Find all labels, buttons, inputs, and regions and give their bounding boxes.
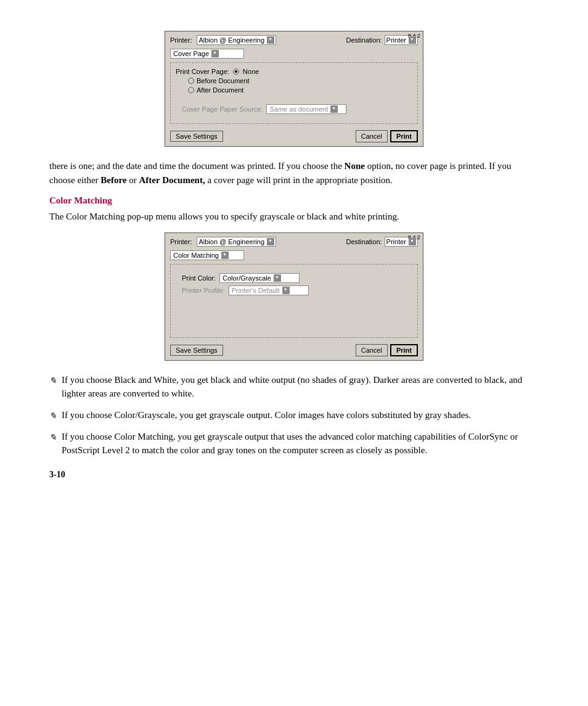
dialog1-panel-value: Cover Page: [173, 50, 209, 57]
dialog2-panel-value: Color Matching: [173, 252, 219, 259]
dialog1-panel-select[interactable]: Cover Page: [170, 49, 244, 59]
dialog1-panel-arrow: [211, 50, 219, 57]
checkmark-icon-1: ✎: [49, 409, 57, 422]
dialog1-cover-paper-row: Cover Page Paper Source: Same as documen…: [176, 104, 412, 114]
dialog1-cover-paper-arrow: [330, 105, 338, 113]
bullet-list: ✎ If you choose Black and White, you get…: [49, 373, 539, 458]
dialog1-cover-paper-value: Same as document: [269, 105, 328, 113]
dialog1-radio-before-row: Before Document: [176, 77, 412, 84]
dialog2-print-button[interactable]: Print: [390, 344, 418, 356]
dialog1-container: 8.4.2 Printer: Albion @ Engineering Dest…: [49, 31, 539, 147]
dialog2-panel-arrow: [221, 252, 229, 259]
dialog1-destination-select[interactable]: Printer: [385, 35, 418, 45]
dialog2-print-color-arrow: [274, 274, 281, 282]
dialog1-bottom-row: Save Settings Cancel Print: [165, 126, 423, 146]
dialog1-printer-label: Printer:: [170, 36, 192, 44]
dialog1-save-button[interactable]: Save Settings: [170, 131, 223, 142]
page-content: 8.4.2 Printer: Albion @ Engineering Dest…: [0, 0, 588, 504]
section-body: The Color Matching pop-up menu allows yo…: [49, 210, 539, 224]
dialog1-printer-value: Albion @ Engineering: [198, 36, 264, 44]
bullet-item-0: ✎ If you choose Black and White, you get…: [49, 373, 539, 401]
bullet-text-0: If you choose Black and White, you get b…: [62, 373, 539, 401]
dialog2-printer-profile-arrow: [282, 287, 290, 294]
dialog2-print-color-select[interactable]: Color/Grayscale: [219, 273, 300, 283]
dialog2-printer-profile-value: Printer's Default: [232, 287, 280, 294]
dialog1-radio-before[interactable]: [188, 78, 194, 84]
dialog1-radio-none-label: None: [243, 68, 259, 75]
dialog1-printer-select[interactable]: Albion @ Engineering: [197, 35, 276, 45]
dialog2-container: 8.4.2 Printer: Albion @ Engineering Dest…: [49, 232, 539, 361]
bullet-item-1: ✎ If you choose Color/Grayscale, you get…: [49, 408, 539, 422]
checkmark-icon-0: ✎: [49, 374, 57, 387]
dialog1-radio-after-row: After Document: [176, 86, 412, 94]
dialog1-radio-before-label: Before Document: [197, 77, 250, 84]
dialog1-content: Print Cover Page: None Before Document A…: [170, 62, 418, 124]
dialog2-content: Print Color: Color/Grayscale Printer Pro…: [170, 264, 418, 338]
dialog2-printer-value: Albion @ Engineering: [198, 238, 264, 245]
dialog1-right-buttons: Cancel Print: [356, 130, 418, 142]
dialog1-cancel-button[interactable]: Cancel: [356, 130, 388, 142]
checkmark-icon-2: ✎: [49, 431, 57, 444]
bullet-text-2: If you choose Color Matching, you get gr…: [62, 430, 539, 458]
dialog2-destination-select[interactable]: Printer: [385, 237, 418, 247]
dialog2-printer-arrow: [267, 238, 274, 245]
dialog2-print-color-row: Print Color: Color/Grayscale: [176, 273, 412, 283]
intro-paragraph: there is one; and the date and time the …: [49, 159, 539, 187]
dialog2-printer-profile-row: Printer Profile: Printer's Default: [176, 285, 412, 295]
dialog2-bottom-row: Save Settings Cancel Print: [165, 340, 423, 360]
dialog1-printer-arrow: [267, 36, 274, 44]
dialog1-radio-none[interactable]: [233, 68, 239, 75]
dialog2-destination-label: Destination: Printer: [346, 237, 419, 247]
dialog1-cover-paper-select[interactable]: Same as document: [266, 104, 346, 114]
dialog2: 8.4.2 Printer: Albion @ Engineering Dest…: [165, 232, 423, 361]
dialog2-top-row: Printer: Albion @ Engineering Destinatio…: [165, 233, 423, 249]
section-heading: Color Matching: [49, 195, 539, 206]
dialog1-top-row: Printer: Albion @ Engineering Destinatio…: [165, 31, 423, 47]
dialog1-radio-after-label: After Document: [197, 86, 243, 94]
dialog1-dest-arrow: [409, 36, 416, 44]
dialog1-destination-value: Printer: [386, 36, 406, 44]
dialog1-print-cover-label: Print Cover Page:: [176, 68, 229, 75]
dialog1-cover-paper-label: Cover Page Paper Source:: [182, 105, 263, 113]
dialog1-print-cover-row: Print Cover Page: None: [176, 68, 412, 75]
dialog2-right-buttons: Cancel Print: [356, 344, 418, 356]
dialog2-printer-profile-select[interactable]: Printer's Default: [229, 285, 309, 295]
dialog2-print-color-label: Print Color:: [182, 274, 216, 282]
dialog2-panel-row: Color Matching: [165, 249, 423, 261]
dialog2-dest-arrow: [409, 238, 416, 245]
dialog1-destination-label: Destination: Printer: [346, 35, 419, 45]
dialog2-printer-label: Printer:: [170, 238, 192, 245]
page-number: 3-10: [49, 470, 539, 480]
dialog2-print-color-value: Color/Grayscale: [223, 274, 271, 282]
dialog1-print-button[interactable]: Print: [390, 130, 418, 142]
dialog2-save-button[interactable]: Save Settings: [170, 345, 223, 356]
dialog1-panel-row: Cover Page: [165, 47, 423, 60]
dialog2-printer-select[interactable]: Albion @ Engineering: [197, 237, 276, 247]
dialog2-destination-value: Printer: [386, 238, 406, 245]
dialog1: 8.4.2 Printer: Albion @ Engineering Dest…: [165, 31, 423, 147]
dialog2-panel-select[interactable]: Color Matching: [170, 250, 244, 260]
dialog1-radio-after[interactable]: [188, 87, 194, 93]
dialog2-cancel-button[interactable]: Cancel: [356, 344, 388, 356]
bullet-item-2: ✎ If you choose Color Matching, you get …: [49, 430, 539, 458]
dialog2-printer-profile-label: Printer Profile:: [182, 287, 225, 294]
bullet-text-1: If you choose Color/Grayscale, you get g…: [62, 408, 539, 422]
